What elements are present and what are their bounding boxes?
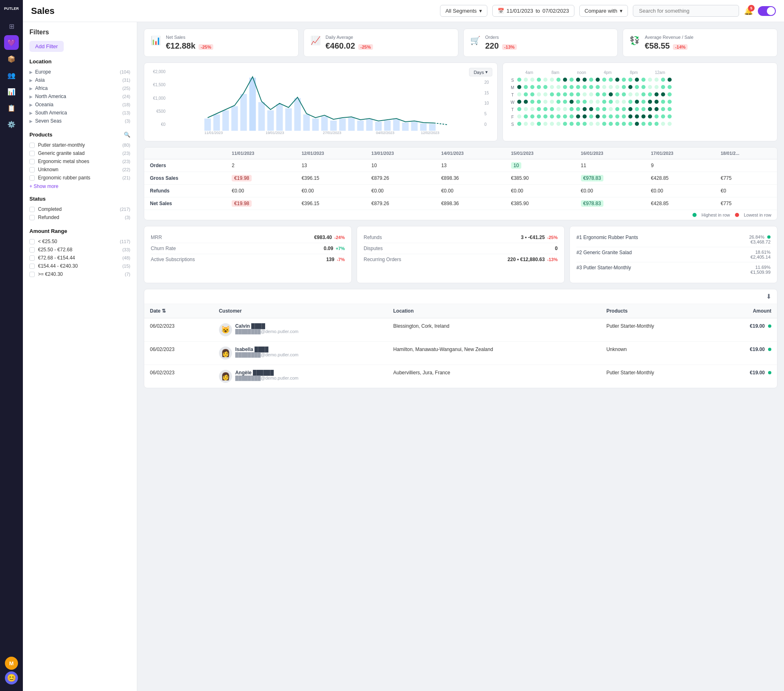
dot-cell bbox=[523, 99, 528, 105]
filter-amount-3[interactable]: €72.68 - €154.44(48) bbox=[29, 254, 130, 262]
amount-filter-title: Amount Range bbox=[29, 228, 130, 234]
svg-rect-10 bbox=[294, 98, 301, 131]
transactions-card: ⬇ Date ⇅ Customer Location Products Amou… bbox=[144, 289, 777, 388]
dot-cell bbox=[595, 107, 600, 112]
dot-cell bbox=[634, 92, 639, 98]
dot-cell bbox=[648, 121, 652, 127]
segment-label: All Segments bbox=[445, 8, 477, 14]
filter-product-unknown[interactable]: Unknown(22) bbox=[29, 165, 130, 174]
segment-chevron-icon: ▾ bbox=[479, 8, 482, 14]
dot-cell bbox=[641, 99, 646, 105]
dot-cell bbox=[661, 85, 666, 90]
avg-revenue-value: €58.55 -14% bbox=[645, 41, 693, 51]
dot-cell bbox=[523, 107, 528, 112]
filter-product-metal-shoes[interactable]: Ergonomic metal shoes(23) bbox=[29, 157, 130, 165]
svg-text:11/01/2023: 11/01/2023 bbox=[204, 131, 223, 135]
filter-status-completed[interactable]: Completed(217) bbox=[29, 205, 130, 213]
filter-amount-1[interactable]: < €25.50(117) bbox=[29, 237, 130, 246]
sidebar-icon-sales[interactable]: 💜 bbox=[4, 35, 19, 50]
download-icon[interactable]: ⬇ bbox=[766, 293, 771, 300]
recurring-orders-stat: Recurring Orders 220 • €12,880.63 -13% bbox=[364, 254, 558, 265]
net-val-1: €19.98 bbox=[226, 197, 296, 210]
sidebar-icon-dashboard[interactable]: ⊞ bbox=[4, 19, 19, 34]
dot-cell bbox=[648, 114, 652, 120]
dot-cell bbox=[576, 114, 581, 120]
date-range-picker[interactable]: 📅 11/01/2023 to 07/02/2023 bbox=[492, 5, 574, 17]
products-filter: Products 🔍 Putler starter-monthly(80) Ge… bbox=[29, 132, 130, 189]
dot-cell bbox=[628, 121, 633, 127]
dot-cell bbox=[556, 85, 561, 90]
filter-europe[interactable]: ▶Europe (104) bbox=[29, 68, 130, 76]
dot-cell bbox=[628, 92, 633, 98]
user-avatar-m[interactable]: M bbox=[5, 657, 18, 670]
sidebar-icon-products[interactable]: 📦 bbox=[4, 51, 19, 66]
sidebar-icon-settings[interactable]: ⚙️ bbox=[4, 117, 19, 132]
filter-north-america[interactable]: ▶North America (24) bbox=[29, 92, 130, 101]
notification-bell[interactable]: 🔔 5 bbox=[744, 7, 753, 16]
tx-date-3: 06/02/2023 bbox=[144, 365, 213, 388]
filter-status-refunded[interactable]: Refunded(3) bbox=[29, 213, 130, 221]
svg-rect-3 bbox=[231, 106, 238, 131]
filter-seven-seas[interactable]: ▶Seven Seas (3) bbox=[29, 117, 130, 125]
filter-product-rubber-pants[interactable]: Ergonomic rubber pants(21) bbox=[29, 174, 130, 182]
dot-cell bbox=[556, 99, 561, 105]
charts-row: Days ▾ €2,000 €1,500 €1,000 €500 €0 bbox=[144, 63, 777, 141]
search-input[interactable] bbox=[633, 5, 739, 17]
dot-cell bbox=[628, 77, 633, 83]
sort-icon[interactable]: ⇅ bbox=[162, 308, 166, 314]
theme-toggle[interactable] bbox=[758, 6, 776, 16]
filter-amount-5[interactable]: >= €240.30(7) bbox=[29, 270, 130, 278]
dot-cell bbox=[634, 114, 639, 120]
kpi-orders: 🛒 Orders 220 -13% bbox=[463, 29, 618, 57]
daily-avg-value: €460.02 -25% bbox=[326, 41, 373, 51]
filter-south-america[interactable]: ▶South America (13) bbox=[29, 109, 130, 117]
dot-cell bbox=[648, 77, 652, 83]
dot-cell bbox=[569, 114, 574, 120]
dot-cell bbox=[654, 107, 659, 112]
segment-select[interactable]: All Segments ▾ bbox=[440, 5, 487, 17]
col-date-4: 14/01/2023 bbox=[436, 148, 505, 159]
sidebar-icon-reports[interactable]: 📋 bbox=[4, 101, 19, 115]
dot-cell bbox=[569, 99, 574, 105]
filter-product-granite[interactable]: Generic granite salad(23) bbox=[29, 149, 130, 157]
sidebar-icon-customers[interactable]: 👥 bbox=[4, 68, 19, 83]
dot-cell bbox=[530, 99, 535, 105]
filter-amount-2[interactable]: €25.50 - €72.68(33) bbox=[29, 246, 130, 254]
filter-africa[interactable]: ▶Africa (25) bbox=[29, 84, 130, 92]
net-sales-label: Net Sales bbox=[166, 35, 213, 40]
filter-oceania[interactable]: ▶Oceania (18) bbox=[29, 101, 130, 109]
dot-cell bbox=[589, 114, 594, 120]
table-scroll[interactable]: 11/01/2023 12/01/2023 13/01/2023 14/01/2… bbox=[144, 148, 777, 210]
search-icon[interactable]: 🔍 bbox=[124, 132, 130, 138]
location-filter-title: Location bbox=[29, 58, 130, 65]
compare-select[interactable]: Compare with ▾ bbox=[579, 5, 628, 17]
compare-label: Compare with bbox=[585, 8, 617, 14]
svg-rect-1 bbox=[213, 114, 220, 131]
refunds-row-label: Refunds bbox=[144, 185, 226, 197]
add-filter-button[interactable]: Add Filter bbox=[29, 41, 64, 52]
sidebar-icon-analytics[interactable]: 📊 bbox=[4, 84, 19, 99]
dot-cell bbox=[621, 114, 626, 120]
user-avatar-emoji[interactable]: 😊 bbox=[5, 671, 18, 684]
filter-amount-4[interactable]: €154.44 - €240.30(15) bbox=[29, 262, 130, 270]
col-location: Location bbox=[388, 304, 601, 318]
dot-cell bbox=[654, 121, 659, 127]
dot-cell bbox=[530, 107, 535, 112]
dot-cell bbox=[595, 114, 600, 120]
day-label-1: M bbox=[509, 85, 515, 90]
dot-cell bbox=[621, 77, 626, 83]
dot-cell bbox=[608, 92, 613, 98]
app-logo: PUTLER bbox=[2, 3, 20, 14]
status-filter: Status Completed(217) Refunded(3) bbox=[29, 196, 130, 221]
filter-product-putler[interactable]: Putler starter-monthly(80) bbox=[29, 141, 130, 149]
dot-cell bbox=[661, 99, 666, 105]
refunds-val-2: €0.00 bbox=[296, 185, 366, 197]
dot-cell bbox=[523, 77, 528, 83]
refunds-stat: Refunds 3 • -€41.25 -25% bbox=[364, 232, 558, 243]
show-more-products[interactable]: + Show more bbox=[29, 183, 130, 189]
filter-asia[interactable]: ▶Asia (31) bbox=[29, 76, 130, 84]
svg-rect-25 bbox=[429, 124, 436, 131]
orders-val-2: 13 bbox=[296, 159, 366, 172]
dot-cell bbox=[549, 121, 554, 127]
dashboard-content: 📊 Net Sales €12.88k -25% 📈 Daily Average bbox=[137, 22, 784, 691]
